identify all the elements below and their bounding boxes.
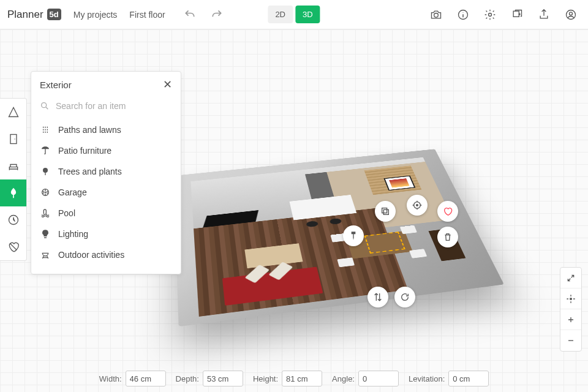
zoom-out-button[interactable] — [560, 330, 581, 351]
levitation-input[interactable] — [448, 371, 489, 386]
snapshot-button[interactable] — [426, 5, 446, 24]
paint-tool[interactable] — [343, 225, 364, 246]
bulb-icon — [40, 228, 51, 239]
flip-tool[interactable] — [368, 287, 388, 307]
catalog-panel: Exterior ✕ Search for an item Paths and … — [31, 71, 181, 274]
svg-rect-6 — [383, 209, 388, 214]
dining-chair[interactable] — [400, 225, 417, 234]
svg-point-12 — [43, 168, 48, 173]
recenter-button[interactable] — [560, 288, 581, 309]
favorite-tool[interactable] — [437, 201, 458, 222]
height-label: Height: — [253, 374, 278, 383]
view-3d-button[interactable]: 3D — [295, 6, 320, 23]
category-pool[interactable]: Pool — [31, 203, 181, 224]
dining-chair[interactable] — [409, 249, 427, 258]
path-icon — [40, 124, 51, 135]
wheel-icon — [40, 187, 51, 198]
dimension-bar: Width: Depth: Height: Angle: Levitation: — [0, 365, 588, 392]
view-2d-button[interactable]: 2D — [268, 6, 293, 23]
search-placeholder: Search for an item — [56, 101, 126, 111]
svg-point-11 — [42, 103, 47, 108]
undo-button[interactable] — [180, 5, 200, 24]
zoom-in-button[interactable] — [560, 309, 581, 330]
category-patio[interactable]: Patio furniture — [31, 140, 181, 161]
view-toggle: 2D 3D — [268, 6, 320, 23]
viewport-tools — [560, 267, 582, 352]
nav-my-projects[interactable]: My projects — [74, 10, 118, 20]
fullscreen-button[interactable] — [560, 268, 581, 288]
rotate-tool[interactable] — [394, 287, 415, 307]
svg-point-16 — [570, 298, 572, 300]
svg-point-15 — [45, 192, 47, 194]
width-input[interactable] — [126, 371, 166, 386]
depth-label: Depth: — [176, 374, 199, 383]
duplicate-tool[interactable] — [375, 201, 396, 222]
info-button[interactable] — [453, 5, 473, 24]
umbrella-icon — [40, 145, 51, 156]
svg-rect-5 — [382, 208, 387, 213]
angle-input[interactable] — [358, 371, 399, 386]
topbar: Planner 5d My projects First floor 2D 3D — [0, 0, 588, 29]
search-icon — [40, 101, 50, 111]
sidebar-doors[interactable] — [0, 126, 26, 153]
width-label: Width: — [99, 374, 122, 383]
category-garage[interactable]: Garage — [31, 182, 181, 203]
sidebar-wishlist[interactable] — [0, 233, 26, 260]
app-name: Planner — [7, 9, 43, 21]
nav-floor-select[interactable]: First floor — [129, 10, 165, 20]
depth-input[interactable] — [203, 371, 243, 386]
redo-button[interactable] — [207, 5, 227, 24]
svg-point-4 — [570, 12, 573, 15]
svg-rect-2 — [513, 11, 519, 17]
pool-icon — [40, 208, 51, 219]
sidebar-exterior[interactable] — [0, 179, 26, 206]
category-paths[interactable]: Paths and lawns — [31, 119, 181, 140]
angle-label: Angle: — [332, 374, 355, 383]
panel-title: Exterior — [40, 80, 72, 90]
category-lighting[interactable]: Lighting — [31, 224, 181, 244]
bbq-icon — [40, 249, 51, 260]
category-trees[interactable]: Trees and plants — [31, 161, 181, 182]
category-outdoor[interactable]: Outdoor activities — [31, 244, 181, 265]
delete-tool[interactable] — [437, 227, 458, 247]
profile-button[interactable] — [561, 5, 581, 24]
sidebar-construction[interactable] — [0, 99, 26, 126]
svg-rect-13 — [45, 172, 45, 175]
svg-point-7 — [416, 204, 418, 206]
tool-sidebar — [0, 98, 27, 261]
panel-close-button[interactable]: ✕ — [163, 79, 172, 90]
svg-point-1 — [489, 13, 492, 16]
levitation-label: Levitation: — [409, 374, 445, 383]
app-badge: 5d — [47, 9, 61, 20]
export-button[interactable] — [534, 5, 554, 24]
center-tool[interactable] — [407, 195, 428, 216]
svg-rect-9 — [10, 135, 17, 144]
settings-button[interactable] — [480, 5, 500, 24]
app-logo[interactable]: Planner 5d — [7, 9, 61, 21]
tree-icon — [40, 166, 51, 177]
panel-search[interactable]: Search for an item — [31, 97, 181, 117]
sidebar-history[interactable] — [0, 206, 26, 233]
panel-list: Paths and lawns Patio furniture Trees an… — [31, 117, 181, 268]
height-input[interactable] — [282, 371, 322, 386]
copy-button[interactable] — [507, 5, 527, 24]
sidebar-furniture[interactable] — [0, 153, 26, 179]
